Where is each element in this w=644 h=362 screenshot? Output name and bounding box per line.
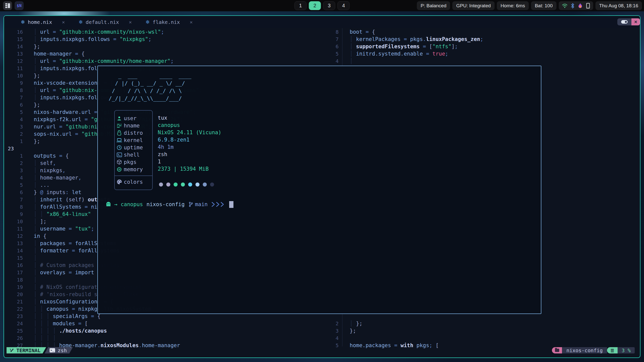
workspace-button-4[interactable]: 4 bbox=[338, 1, 350, 10]
fetch-value-distro: NixOS 24.11 (Vicuna) bbox=[158, 129, 221, 136]
vim-statusline: TERMINAL >_ zsh nixos-config ≡ 3 % bbox=[4, 347, 640, 353]
close-icon: × bbox=[634, 19, 637, 25]
grid-icon bbox=[5, 3, 10, 8]
hostname-icon bbox=[115, 123, 124, 128]
palette-dot-8 bbox=[210, 183, 214, 187]
penguin-icon bbox=[115, 130, 124, 135]
chip-icon bbox=[115, 167, 124, 172]
code-line: 13home-manager = { bbox=[4, 50, 328, 57]
palette-icon bbox=[117, 179, 122, 185]
editor-window: ❄home.nix×❄default.nix×❄flake.nix× × 16│… bbox=[4, 15, 640, 358]
shell-prompt[interactable]: → canopus nixos-config main bbox=[106, 200, 233, 208]
palette-dot-2 bbox=[166, 183, 170, 187]
tab-default.nix[interactable]: ❄default.nix× bbox=[77, 16, 133, 28]
code-line: 2│ }; bbox=[328, 320, 640, 327]
window-close-button[interactable]: × bbox=[631, 18, 640, 25]
prompt-directory: nixos-config bbox=[146, 201, 185, 207]
terminal-cursor bbox=[229, 201, 233, 208]
app-launcher-button[interactable] bbox=[3, 1, 12, 10]
project-folder-segment[interactable] bbox=[552, 347, 562, 353]
code-line: 3}; bbox=[328, 327, 640, 334]
shell-segment[interactable]: >_ zsh bbox=[45, 347, 73, 353]
colors-label: colors bbox=[124, 179, 143, 185]
tab-flake.nix[interactable]: ❄flake.nix× bbox=[144, 16, 194, 28]
fetch-value-pkgs: 1 bbox=[158, 158, 221, 165]
code-line: 26│ │ │ │ bbox=[4, 334, 328, 342]
tab-close-icon[interactable]: × bbox=[129, 19, 132, 25]
scroll-percent-segment: 3 % bbox=[618, 347, 635, 353]
code-line: 4 bbox=[328, 334, 640, 342]
fetch-label: memory bbox=[124, 166, 143, 172]
workspace-button-2[interactable]: 2 bbox=[309, 1, 321, 10]
scroll-indicator-segment[interactable]: ≡ bbox=[607, 347, 618, 353]
workspace-switcher: 1234 bbox=[295, 1, 350, 10]
laptop-icon bbox=[115, 138, 124, 143]
project-label: nixos-config bbox=[566, 347, 603, 353]
fetch-info-table: userhnamedistrokerneluptimeshellpkgsmemo… bbox=[114, 110, 153, 190]
pin-toggle-button[interactable] bbox=[617, 18, 631, 25]
ghost-icon bbox=[106, 202, 111, 207]
palette-dot-6 bbox=[195, 183, 199, 187]
clock-pill[interactable]: Thu Aug 08, 18:16 bbox=[595, 1, 642, 10]
bluetooth-icon[interactable] bbox=[571, 3, 574, 9]
prompt-branch: main bbox=[195, 201, 208, 207]
package-icon bbox=[115, 159, 124, 165]
power-profile-pill[interactable]: P: Balanced bbox=[417, 1, 450, 10]
tab-home.nix[interactable]: ❄home.nix× bbox=[20, 16, 66, 28]
folder-icon bbox=[555, 349, 559, 352]
prompt-host: canopus bbox=[121, 201, 143, 207]
workspace-button-3[interactable]: 3 bbox=[323, 1, 335, 10]
top-status-bar: $N 1234 P: Balanced GPU: Integrated Home… bbox=[0, 0, 644, 11]
network-latency-pill[interactable]: Home: 6ms bbox=[497, 1, 529, 10]
nix-snowflake-icon: ❄ bbox=[21, 19, 25, 25]
tab-label: home.nix bbox=[28, 19, 52, 25]
fetch-row-pkgs: pkgs bbox=[115, 158, 152, 166]
code-line: 12│ url = "github:nix-community/home-man… bbox=[4, 57, 328, 65]
tab-close-icon[interactable]: × bbox=[190, 19, 193, 25]
code-line: 8boot = { bbox=[328, 28, 640, 35]
git-branch-icon bbox=[189, 202, 193, 207]
fetch-row-memory: memory bbox=[115, 166, 152, 173]
wifi-icon[interactable] bbox=[562, 3, 568, 8]
code-line: 14}; bbox=[4, 43, 328, 50]
palette-dot-1 bbox=[159, 183, 163, 187]
code-line: 7│ kernelPackages = pkgs.linuxPackages_z… bbox=[328, 35, 640, 43]
floating-terminal[interactable]: _ ___ ____ ____ / |/ (_)_ __/ _ \/ __/ /… bbox=[97, 66, 541, 314]
fetch-row-hname: hname bbox=[115, 122, 152, 129]
tab-label: flake.nix bbox=[153, 19, 180, 25]
fetch-value-shell: zsh bbox=[158, 151, 221, 158]
fetch-label: user bbox=[124, 115, 137, 121]
code-line: 6│ supportedFilesystems = ["ntfs"]; bbox=[328, 43, 640, 50]
buffer-tab-bar: ❄home.nix×❄default.nix×❄flake.nix× × bbox=[4, 16, 640, 28]
shell-label: zsh bbox=[58, 347, 67, 353]
lines-icon: ≡ bbox=[611, 347, 614, 354]
flame-icon[interactable] bbox=[578, 3, 583, 9]
nix-snowflake-icon: ❄ bbox=[78, 19, 83, 25]
fetch-label: pkgs bbox=[124, 159, 137, 165]
code-line: 5│ initrd.systemd.enable = true; bbox=[328, 50, 640, 57]
phone-icon[interactable] bbox=[586, 3, 590, 9]
battery-pill[interactable]: Bat: 100 bbox=[531, 1, 556, 10]
terminal-icon bbox=[115, 153, 124, 157]
fetch-label: shell bbox=[124, 152, 140, 158]
workspace-button-1[interactable]: 1 bbox=[295, 1, 307, 10]
code-line: 15│ inputs.nixpkgs.follows = "nixpkgs"; bbox=[4, 35, 328, 43]
fetch-row-uptime: uptime bbox=[115, 144, 152, 151]
palette-dot-5 bbox=[188, 183, 192, 187]
fetch-value-user: tux bbox=[158, 114, 221, 121]
clock-label: Thu Aug 08, 18:16 bbox=[599, 3, 638, 9]
project-name-segment[interactable]: nixos-config bbox=[562, 347, 607, 353]
fetch-row-distro: distro bbox=[115, 129, 152, 137]
chevrons-icon bbox=[211, 202, 225, 207]
palette-dot-4 bbox=[181, 183, 185, 187]
nix-shell-label: $N bbox=[17, 3, 21, 8]
code-line: 24│ │ │ modules = [ bbox=[4, 320, 328, 327]
clock-icon bbox=[115, 145, 124, 150]
fetch-label: uptime bbox=[124, 145, 143, 151]
tab-close-icon[interactable]: × bbox=[62, 19, 65, 25]
gpu-mode-pill[interactable]: GPU: Integrated bbox=[452, 1, 494, 10]
user-icon bbox=[115, 116, 124, 121]
nix-shell-badge[interactable]: $N bbox=[15, 1, 24, 10]
terminal-icon: >_ bbox=[50, 348, 55, 352]
mode-label: TERMINAL bbox=[16, 347, 41, 353]
